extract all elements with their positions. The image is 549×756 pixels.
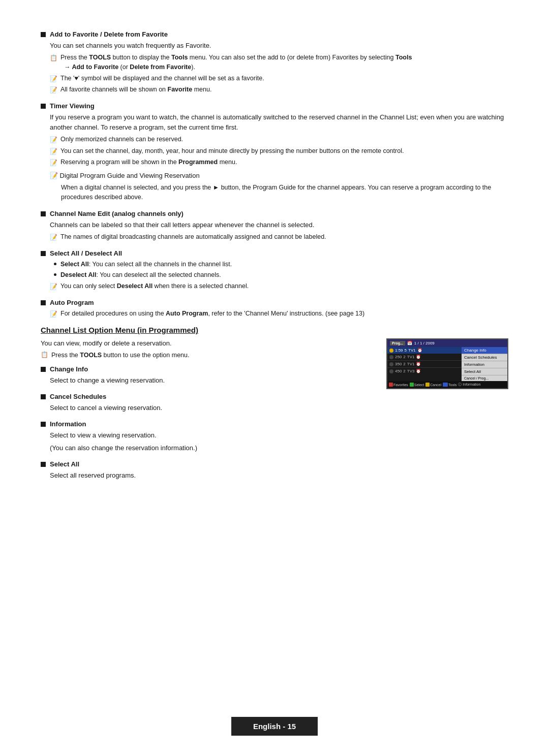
- tv-row-2: 250 2 TV1 ⏰: [387, 354, 462, 361]
- select-deselect-title: Select All / Deselect All: [50, 249, 122, 257]
- section-bullet-3: [41, 211, 46, 216]
- tv-row-2-num: 250: [395, 355, 402, 359]
- tv-row-4-timer: ⏰: [416, 369, 421, 373]
- memo-icon-7: 📝: [50, 282, 57, 292]
- cancel-schedules-text: Select to cancel a viewing reservation.: [50, 403, 376, 413]
- auto-program-note-text: For detailed procedures on using the Aut…: [60, 309, 364, 319]
- channel-name-edit-body: Channels can be labeled so that their ca…: [41, 220, 508, 242]
- channel-list-intro: You can view, modify or delete a reserva…: [41, 338, 376, 349]
- tv-context-item-3: Information: [462, 361, 507, 368]
- change-info-header: Change Info: [41, 365, 376, 373]
- tv-context-menu: Change Info Cancel Schedules Information…: [462, 347, 507, 381]
- change-info-body: Select to change a viewing reservation.: [41, 375, 376, 386]
- channel-name-edit-header: Channel Name Edit (analog channels only): [41, 210, 508, 217]
- deselect-all-bullet: Deselect All: You can deselect all the s…: [50, 270, 508, 280]
- dot-bullet-1: [54, 263, 56, 265]
- auto-program-header: Auto Program: [41, 299, 508, 306]
- select-all-body-text: Select all reserved programs.: [50, 470, 376, 481]
- select-all-bullet: Select All: You can select all the chann…: [50, 260, 508, 269]
- digital-guide-text: When a digital channel is selected, and …: [50, 183, 508, 203]
- section-bullet-8: [41, 422, 46, 427]
- information-header: Information: [41, 420, 376, 428]
- add-to-favorite-title: Add to Favorite / Delete from Favorite: [50, 30, 168, 38]
- tools-note-row: 📋 Press the TOOLS button to display the …: [50, 53, 508, 72]
- cancel-schedules-header: Cancel Schedules: [41, 393, 376, 400]
- change-info-section: Change Info Select to change a viewing r…: [41, 365, 376, 386]
- timer-note-3: 📝 Reserving a program will be shown in t…: [50, 158, 508, 168]
- channel-name-edit-title: Channel Name Edit (analog channels only): [50, 210, 184, 217]
- add-to-favorite-text: You can set channels you watch frequentl…: [50, 41, 508, 51]
- section-bullet-4: [41, 251, 46, 256]
- digital-guide-title: 📝 Digital Program Guide and Viewing Rese…: [50, 171, 508, 181]
- memo-icon-3: 📝: [50, 135, 57, 145]
- channel-list-tools-note: 📋 Press the TOOLS button to use the opti…: [41, 351, 376, 360]
- tv-row-2-timer: ⏰: [416, 355, 421, 359]
- channel-name-note: 📝 The names of digital broadcasting chan…: [50, 232, 508, 242]
- select-deselect-section: Select All / Deselect All Select All: Yo…: [41, 249, 508, 292]
- section-bullet-5: [41, 300, 46, 305]
- auto-program-section: Auto Program 📝 For detailed procedures o…: [41, 299, 508, 319]
- deselect-all-text: Deselect All: You can deselect all the s…: [60, 270, 221, 280]
- change-info-text: Select to change a viewing reservation.: [50, 375, 376, 386]
- tv-row-1-time: 1:59: [395, 348, 403, 353]
- channel-name-note-text: The names of digital broadcasting channe…: [60, 232, 326, 242]
- tv-row-4: 450 2 TV3 ⏰: [387, 368, 462, 374]
- timer-note-1-text: Only memorized channels can be reserved.: [60, 135, 183, 144]
- timer-viewing-title: Timer Viewing: [50, 102, 95, 110]
- favorite-menu-note-row: 📝 All favorite channels will be shown on…: [50, 85, 508, 95]
- select-deselect-body: Select All: You can select all the chann…: [41, 260, 508, 292]
- tv-main-area: 1:59 5 TV1 ⏰ 250 2 TV1 ⏰: [387, 347, 507, 381]
- tv-footer-btn-2: Select: [410, 383, 424, 387]
- information-text-2: (You can also change the reservation inf…: [50, 443, 376, 453]
- tv-row-1: 1:59 5 TV1 ⏰: [387, 347, 462, 354]
- tv-header-icon: 📅: [407, 341, 412, 345]
- timer-note-1: 📝 Only memorized channels can be reserve…: [50, 135, 508, 145]
- tv-row-1-icon: [389, 349, 393, 353]
- memo-icon-2: 📝: [50, 85, 57, 95]
- tv-row-3-num: 350: [395, 362, 402, 366]
- tv-row-3-icon: [389, 362, 393, 366]
- tv-row-2-name: TV1: [407, 355, 415, 359]
- select-all-body: Select all reserved programs.: [41, 470, 376, 481]
- channel-list-text-area: You can view, modify or delete a reserva…: [41, 338, 376, 488]
- channel-list-content: You can view, modify or delete a reserva…: [41, 338, 508, 488]
- tv-row-3: 350 2 TV1 ⏰: [387, 361, 462, 368]
- select-all-section: Select All Select all reserved programs.: [41, 460, 376, 481]
- tv-footer: Favorites Select Cancel Tools ⓘ Informat…: [387, 381, 507, 388]
- memo-icon-8: 📝: [50, 309, 57, 319]
- auto-program-title: Auto Program: [50, 299, 94, 306]
- select-all-text: Select All: You can select all the chann…: [60, 260, 232, 269]
- timer-viewing-header: Timer Viewing: [41, 102, 508, 110]
- tv-row-3-name: TV1: [407, 362, 415, 366]
- favorite-menu-note-text: All favorite channels will be shown on F…: [60, 85, 211, 94]
- channel-list-option-section: Channel List Option Menu (in Programmed)…: [41, 326, 508, 488]
- section-bullet-2: [41, 104, 46, 109]
- timer-viewing-section: Timer Viewing If you reserve a program y…: [41, 102, 508, 203]
- tv-context-item-1: Change Info: [462, 347, 507, 354]
- timer-note-2-text: You can set the channel, day, month, yea…: [60, 146, 404, 156]
- tv-footer-btn-1: Favorites: [389, 383, 408, 387]
- tv-context-item-2: Cancel Schedules: [462, 354, 507, 361]
- memo-icon-1: 📝: [50, 74, 57, 84]
- select-all-title: Select All: [50, 460, 79, 468]
- tv-row-4-icon: [389, 369, 393, 373]
- cancel-schedules-body: Select to cancel a viewing reservation.: [41, 403, 376, 413]
- auto-program-note: 📝 For detailed procedures on using the A…: [50, 309, 508, 319]
- section-bullet-7: [41, 394, 46, 399]
- information-section: Information Select to view a viewing res…: [41, 420, 376, 453]
- heart-note-text: The '♥' symbol will be displayed and the…: [60, 74, 264, 83]
- channel-list-option-title: Channel List Option Menu (in Programmed): [41, 326, 508, 334]
- tv-row-4-type: 2: [403, 369, 405, 373]
- tv-row-2-icon: [389, 355, 393, 359]
- memo-icon-4: 📝: [50, 147, 57, 156]
- tv-footer-btn-4: Tools: [443, 383, 456, 387]
- section-bullet-6: [41, 367, 46, 372]
- add-to-favorite-header: Add to Favorite / Delete from Favorite: [41, 30, 508, 38]
- tools-note-text: Press the TOOLS button to display the To…: [60, 53, 412, 72]
- tv-footer-info: ⓘ Information: [458, 382, 480, 387]
- tools-note-icon: 📋: [50, 53, 57, 63]
- page-footer: English - 15: [231, 717, 318, 736]
- deselect-note: 📝 You can only select Deselect All when …: [50, 281, 508, 292]
- add-to-favorite-section: Add to Favorite / Delete from Favorite Y…: [41, 30, 508, 95]
- heart-note-row: 📝 The '♥' symbol will be displayed and t…: [50, 74, 508, 84]
